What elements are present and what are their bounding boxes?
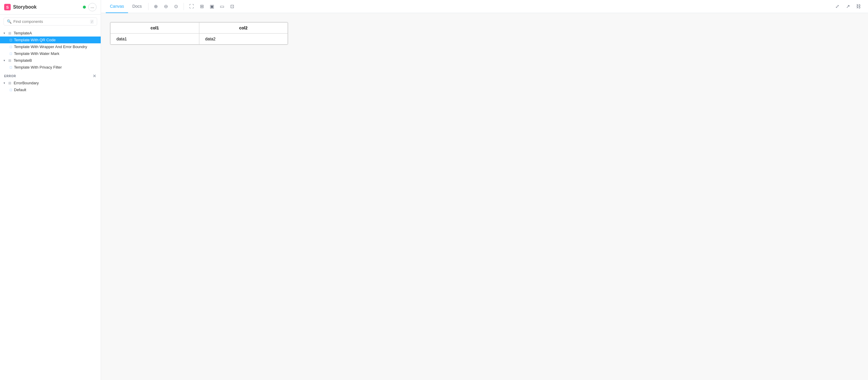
app-title: Storybook: [13, 4, 36, 10]
table-cell-data1: data1: [111, 34, 199, 44]
table-header-col2: col2: [199, 23, 288, 34]
viewport-icon: ▭: [220, 4, 224, 9]
story-icon-default: ◻: [9, 88, 12, 92]
story-icon-wrapper: ◻: [9, 45, 12, 49]
error-section-label: ERROR ✕: [0, 71, 101, 80]
search-shortcut: /: [90, 20, 94, 24]
grid-button[interactable]: ⊞: [197, 2, 207, 11]
zoom-in-button[interactable]: ⊕: [151, 2, 160, 11]
search-box: 🔍 /: [4, 18, 97, 26]
component-icon: ⊞: [8, 31, 11, 35]
expand-icon-error: ▾: [4, 81, 7, 85]
grid-icon: ⊞: [200, 4, 204, 9]
zoom-in-icon: ⊕: [154, 4, 158, 9]
tree-item-default[interactable]: ◻ Default: [0, 86, 101, 93]
item-label-privacy: Template With Privacy Filter: [14, 65, 62, 69]
item-label-qr-code: Template With QR Code: [14, 38, 56, 42]
zoom-out-button[interactable]: ⊖: [161, 2, 170, 11]
tree-group-templateB[interactable]: ▾ ⊞ TemplateB: [0, 57, 101, 64]
item-label-default: Default: [14, 88, 26, 92]
error-section-close[interactable]: ✕: [93, 74, 97, 78]
open-new-tab-button[interactable]: ⤢: [832, 2, 842, 11]
story-icon-privacy: ◻: [9, 65, 12, 69]
copy-link-button[interactable]: ⛓: [854, 2, 863, 11]
component-icon-error: ⊞: [8, 81, 11, 85]
background-icon: ▣: [210, 4, 214, 9]
tree-item-template-with-watermark[interactable]: ◻ Template With Water Mark: [0, 50, 101, 57]
status-indicator: [83, 6, 86, 9]
component-icon-b: ⊞: [8, 59, 11, 63]
tree-item-template-with-wrapper[interactable]: ◻ Template With Wrapper And Error Boundr…: [0, 43, 101, 50]
item-label-watermark: Template With Water Mark: [14, 51, 59, 56]
measure-button[interactable]: ⊡: [227, 2, 237, 11]
background-button[interactable]: ▣: [207, 2, 217, 11]
group-label-templateB: TemplateB: [14, 58, 32, 63]
canvas-frame: col1 col2 data1 data2: [110, 22, 288, 45]
copy-link-icon: ⛓: [856, 4, 861, 9]
expand-icon-b: ▾: [4, 59, 7, 62]
toolbar-divider-2: [184, 3, 184, 10]
tree-group-errorBoundary[interactable]: ▾ ⊞ ErrorBoundary: [0, 80, 101, 86]
group-label-errorBoundary: ErrorBoundary: [14, 81, 39, 85]
tree-item-template-with-privacy[interactable]: ◻ Template With Privacy Filter: [0, 64, 101, 71]
fullscreen-story-button[interactable]: ⛶: [187, 2, 196, 11]
more-options-button[interactable]: ···: [88, 3, 97, 11]
zoom-out-icon: ⊖: [164, 4, 168, 9]
tree-group-templateA[interactable]: ▾ ⊞ TemplateA: [0, 30, 101, 36]
tree-item-template-with-qr-code[interactable]: ◻ Template With QR Code: [0, 36, 101, 43]
story-icon-watermark: ◻: [9, 52, 12, 56]
storybook-logo-icon: S: [4, 4, 11, 10]
group-label-templateA: TemplateA: [14, 31, 32, 35]
sidebar: S Storybook ··· 🔍 / ▾ ⊞ TemplateA ◻ Temp…: [0, 0, 101, 380]
component-tree: ▾ ⊞ TemplateA ◻ Template With QR Code ◻ …: [0, 29, 101, 94]
sidebar-logo: S Storybook: [4, 4, 36, 10]
canvas-area: col1 col2 data1 data2: [101, 13, 868, 380]
data-table: col1 col2 data1 data2: [110, 22, 288, 44]
table-cell-data2: data2: [199, 34, 288, 44]
viewport-button[interactable]: ▭: [217, 2, 227, 11]
story-icon: ◻: [9, 38, 12, 42]
toolbar-icons: ⊕ ⊖ ⊙ ⛶ ⊞ ▣ ▭ ⊡: [151, 2, 237, 11]
external-link-button[interactable]: ↗: [843, 2, 852, 11]
zoom-reset-icon: ⊙: [174, 4, 178, 9]
fullscreen-icon: ⛶: [189, 4, 194, 9]
expand-icon: ▾: [4, 31, 7, 35]
search-input[interactable]: [13, 19, 88, 24]
toolbar-right: ⤢ ↗ ⛓: [832, 2, 863, 11]
item-label-wrapper: Template With Wrapper And Error Boundry: [14, 44, 87, 49]
open-new-tab-icon: ⤢: [835, 4, 839, 9]
toolbar-divider-1: [148, 3, 149, 10]
zoom-reset-button[interactable]: ⊙: [171, 2, 181, 11]
table-header-col1: col1: [111, 23, 199, 34]
tab-docs[interactable]: Docs: [128, 0, 146, 13]
measure-icon: ⊡: [230, 4, 234, 9]
sidebar-header-right: ···: [83, 3, 97, 11]
main-content: Canvas Docs ⊕ ⊖ ⊙ ⛶ ⊞ ▣: [101, 0, 868, 380]
toolbar: Canvas Docs ⊕ ⊖ ⊙ ⛶ ⊞ ▣: [101, 0, 868, 13]
error-label-text: ERROR: [4, 74, 16, 78]
sidebar-header: S Storybook ···: [0, 0, 101, 14]
search-icon: 🔍: [7, 19, 11, 24]
table-row: data1 data2: [111, 34, 288, 44]
tab-canvas[interactable]: Canvas: [106, 0, 128, 13]
external-link-icon: ↗: [846, 4, 850, 9]
